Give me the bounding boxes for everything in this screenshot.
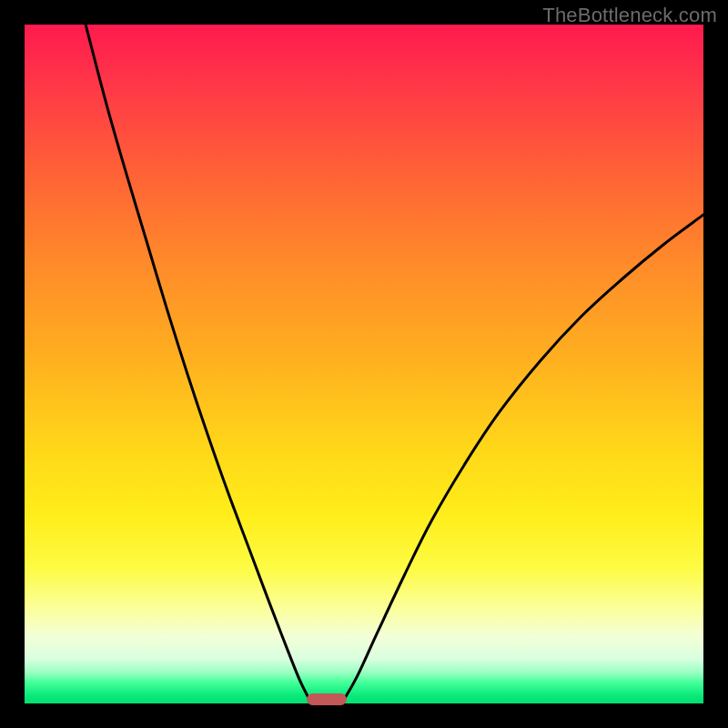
chart-frame: TheBottleneck.com	[0, 0, 728, 728]
curve-layer	[25, 25, 703, 703]
watermark-text: TheBottleneck.com	[542, 4, 717, 27]
curve-left	[86, 25, 309, 700]
curve-right	[344, 215, 703, 700]
bottleneck-marker	[307, 693, 348, 705]
plot-area	[25, 25, 703, 703]
